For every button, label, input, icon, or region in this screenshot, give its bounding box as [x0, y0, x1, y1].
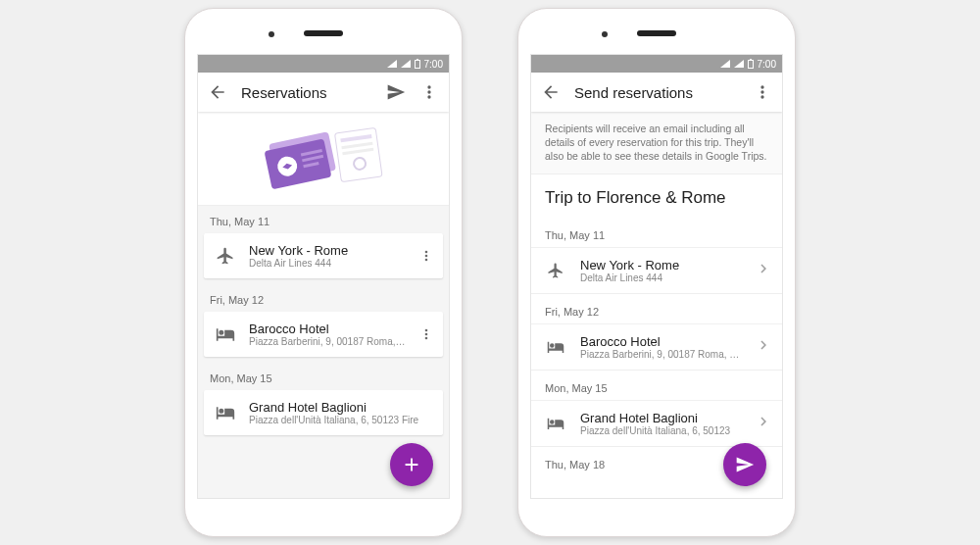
hotel-icon — [545, 338, 566, 356]
back-button[interactable] — [541, 82, 561, 102]
plane-icon — [545, 262, 566, 279]
reservation-name: Barocco Hotel — [249, 322, 406, 336]
signal-icon — [401, 60, 411, 68]
reservation-name: Barocco Hotel — [580, 334, 741, 349]
chevron-right-icon — [755, 336, 772, 358]
status-bar: 7:00 — [198, 55, 449, 73]
reservation-row[interactable]: Barocco Hotel Piazza Barberini, 9, 00187… — [531, 323, 782, 370]
reservation-name: New York - Rome — [249, 243, 406, 258]
reservation-card[interactable]: New York - Rome Delta Air Lines 444 — [204, 233, 443, 278]
reservation-sub: Piazza dell'Unità Italiana, 6, 50123 — [580, 425, 741, 436]
info-text: Recipients will receive an email includi… — [531, 112, 782, 174]
reservation-card[interactable]: Grand Hotel Baglioni Piazza dell'Unità I… — [204, 390, 443, 435]
date-header: Fri, May 12 — [531, 293, 782, 323]
reservation-sub: Piazza dell'Unità Italiana, 6, 50123 Fir… — [249, 415, 435, 425]
reservation-name: Grand Hotel Baglioni — [580, 411, 741, 425]
date-header: Thu, May 11 — [198, 206, 449, 233]
hotel-icon — [214, 324, 237, 344]
reservation-sub: Piazza Barberini, 9, 00187 Roma, Italy — [249, 336, 406, 347]
reservation-name: New York - Rome — [580, 258, 741, 272]
send-button[interactable] — [386, 82, 406, 102]
reservation-row[interactable]: New York - Rome Delta Air Lines 444 — [531, 247, 782, 293]
date-header: Thu, May 11 — [531, 218, 782, 247]
phone-right: 7:00 Send reservations Recipients will r… — [517, 8, 796, 537]
hotel-icon — [214, 403, 237, 422]
illustration-card — [198, 112, 449, 206]
chevron-right-icon — [755, 260, 772, 281]
add-fab[interactable] — [390, 443, 433, 486]
reservation-name: Grand Hotel Baglioni — [249, 400, 435, 415]
page-title: Send reservations — [574, 84, 739, 101]
status-time: 7:00 — [424, 59, 443, 70]
screen: 7:00 Reservations — [197, 54, 450, 499]
chevron-right-icon — [755, 413, 772, 434]
phone-left: 7:00 Reservations — [184, 8, 463, 537]
card-overflow-button[interactable] — [417, 248, 435, 264]
overflow-button[interactable] — [753, 82, 772, 102]
send-fab[interactable] — [723, 443, 766, 486]
battery-icon — [415, 60, 420, 69]
reservations-illustration-icon — [255, 120, 392, 198]
back-button[interactable] — [208, 82, 227, 102]
status-time: 7:00 — [758, 59, 776, 70]
date-header: Mon, May 15 — [198, 363, 449, 390]
plane-icon — [214, 246, 237, 266]
overflow-button[interactable] — [419, 82, 439, 102]
wifi-icon — [387, 60, 397, 68]
reservation-sub: Delta Air Lines 444 — [580, 272, 741, 283]
app-bar: Send reservations — [531, 73, 782, 112]
send-icon — [735, 455, 755, 474]
plus-icon — [401, 454, 422, 475]
date-header: Mon, May 15 — [531, 370, 782, 400]
content: Thu, May 11 New York - Rome Delta Air Li… — [198, 112, 449, 498]
screen: 7:00 Send reservations Recipients will r… — [530, 54, 783, 499]
card-overflow-button[interactable] — [417, 326, 435, 342]
app-bar: Reservations — [198, 73, 449, 112]
battery-icon — [748, 60, 754, 69]
date-header: Fri, May 12 — [198, 284, 449, 312]
wifi-icon — [720, 60, 730, 68]
reservation-sub: Piazza Barberini, 9, 00187 Roma, It... — [580, 349, 741, 360]
hotel-icon — [545, 415, 566, 432]
reservation-sub: Delta Air Lines 444 — [249, 258, 406, 269]
content: Recipients will receive an email includi… — [531, 112, 782, 498]
reservation-row[interactable]: Grand Hotel Baglioni Piazza dell'Unità I… — [531, 400, 782, 446]
reservation-card[interactable]: Barocco Hotel Piazza Barberini, 9, 00187… — [204, 312, 443, 357]
page-title: Reservations — [241, 84, 372, 101]
svg-rect-0 — [335, 127, 383, 181]
status-bar: 7:00 — [531, 55, 782, 73]
signal-icon — [734, 60, 744, 68]
trip-title: Trip to Florence & Rome — [531, 174, 782, 218]
